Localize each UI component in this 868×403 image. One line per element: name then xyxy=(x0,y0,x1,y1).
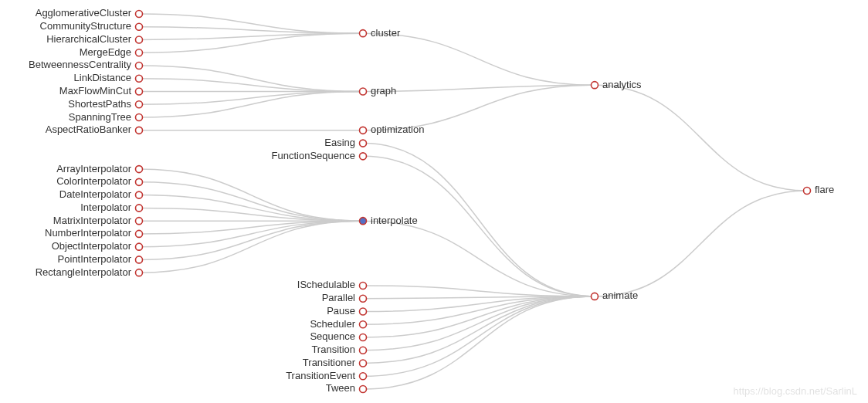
node-CommunityStructure[interactable] xyxy=(136,23,143,30)
link xyxy=(363,221,595,296)
label-cluster: cluster xyxy=(371,27,401,39)
label-PointInterpolator: PointInterpolator xyxy=(58,253,132,265)
node-MatrixInterpolator[interactable] xyxy=(136,218,143,225)
label-AspectRatioBanker: AspectRatioBanker xyxy=(46,124,132,135)
link xyxy=(139,169,363,221)
label-SpanningTree: SpanningTree xyxy=(69,111,131,123)
node-NumberInterpolator[interactable] xyxy=(136,230,143,237)
node-DateInterpolator[interactable] xyxy=(136,191,143,198)
label-CommunityStructure: CommunityStructure xyxy=(40,20,131,32)
link xyxy=(139,221,363,259)
label-analytics: analytics xyxy=(602,79,642,90)
label-ObjectInterpolator: ObjectInterpolator xyxy=(52,240,132,252)
label-LinkDistance: LinkDistance xyxy=(74,72,131,83)
label-flare: flare xyxy=(815,184,834,195)
node-Pause[interactable] xyxy=(360,308,367,315)
node-SpanningTree[interactable] xyxy=(136,114,143,121)
links-group xyxy=(139,14,807,389)
node-TransitionEvent[interactable] xyxy=(360,373,367,380)
tree-diagram: flareanalyticsclusterAgglomerativeCluste… xyxy=(0,0,868,403)
label-HierarchicalCluster: HierarchicalCluster xyxy=(46,33,131,45)
label-Transitioner: Transitioner xyxy=(303,357,356,368)
node-Transition[interactable] xyxy=(360,347,367,354)
node-ArrayInterpolator[interactable] xyxy=(136,166,143,173)
link xyxy=(363,296,595,337)
label-FunctionSequence: FunctionSequence xyxy=(272,150,355,161)
label-RectangleInterpolator: RectangleInterpolator xyxy=(36,266,132,278)
node-HierarchicalCluster[interactable] xyxy=(136,36,143,43)
label-interpolate: interpolate xyxy=(371,215,418,226)
link xyxy=(139,92,363,105)
label-MatrixInterpolator: MatrixInterpolator xyxy=(53,215,132,226)
link xyxy=(595,191,807,296)
label-Transition: Transition xyxy=(311,344,355,355)
node-Interpolator[interactable] xyxy=(136,205,143,212)
node-ISchedulable[interactable] xyxy=(360,282,367,289)
node-Scheduler[interactable] xyxy=(360,321,367,328)
node-Tween[interactable] xyxy=(360,386,367,393)
label-Sequence: Sequence xyxy=(310,330,355,342)
node-graph[interactable] xyxy=(360,88,367,95)
node-AspectRatioBanker[interactable] xyxy=(136,127,143,134)
link xyxy=(139,182,363,221)
node-MergeEdge[interactable] xyxy=(136,49,143,56)
node-FunctionSequence[interactable] xyxy=(360,153,367,160)
label-Pause: Pause xyxy=(327,305,355,317)
label-ColorInterpolator: ColorInterpolator xyxy=(56,175,131,187)
node-ObjectInterpolator[interactable] xyxy=(136,243,143,250)
node-Transitioner[interactable] xyxy=(360,360,367,367)
label-Tween: Tween xyxy=(326,382,355,394)
link xyxy=(363,296,595,364)
label-Interpolator: Interpolator xyxy=(80,202,131,213)
label-MergeEdge: MergeEdge xyxy=(80,46,131,58)
node-Sequence[interactable] xyxy=(360,334,367,340)
node-Easing[interactable] xyxy=(360,140,367,147)
tree-svg[interactable]: flareanalyticsclusterAgglomerativeCluste… xyxy=(0,0,868,403)
node-animate[interactable] xyxy=(592,293,598,300)
node-analytics[interactable] xyxy=(592,82,598,89)
node-RectangleInterpolator[interactable] xyxy=(136,269,143,276)
label-DateInterpolator: DateInterpolator xyxy=(59,188,132,200)
link xyxy=(139,221,363,273)
label-NumberInterpolator: NumberInterpolator xyxy=(45,227,132,239)
node-BetweennessCentrality[interactable] xyxy=(136,63,143,69)
label-ShortestPaths: ShortestPaths xyxy=(68,98,131,110)
node-PointInterpolator[interactable] xyxy=(136,256,143,263)
label-graph: graph xyxy=(371,85,396,97)
label-ArrayInterpolator: ArrayInterpolator xyxy=(56,163,131,174)
label-ISchedulable: ISchedulable xyxy=(297,279,355,290)
link xyxy=(595,85,807,191)
label-TransitionEvent: TransitionEvent xyxy=(286,370,355,381)
node-ColorInterpolator[interactable] xyxy=(136,178,143,185)
label-optimization: optimization xyxy=(371,124,424,135)
node-interpolate[interactable] xyxy=(360,218,367,225)
node-AgglomerativeCluster[interactable] xyxy=(136,11,143,18)
node-LinkDistance[interactable] xyxy=(136,75,143,82)
link xyxy=(363,85,595,91)
link xyxy=(363,33,595,85)
label-AgglomerativeCluster: AgglomerativeCluster xyxy=(36,7,132,19)
link xyxy=(139,79,363,92)
node-ShortestPaths[interactable] xyxy=(136,101,143,108)
node-Parallel[interactable] xyxy=(360,295,367,302)
label-Scheduler: Scheduler xyxy=(310,318,355,330)
node-flare[interactable] xyxy=(804,188,811,195)
link xyxy=(363,156,595,296)
node-MaxFlowMinCut[interactable] xyxy=(136,88,143,95)
label-Parallel: Parallel xyxy=(322,292,355,303)
label-MaxFlowMinCut: MaxFlowMinCut xyxy=(59,85,132,97)
label-animate: animate xyxy=(602,290,638,301)
label-Easing: Easing xyxy=(324,137,355,148)
label-BetweennessCentrality: BetweennessCentrality xyxy=(29,59,131,70)
node-optimization[interactable] xyxy=(360,127,367,134)
node-cluster[interactable] xyxy=(360,30,367,37)
